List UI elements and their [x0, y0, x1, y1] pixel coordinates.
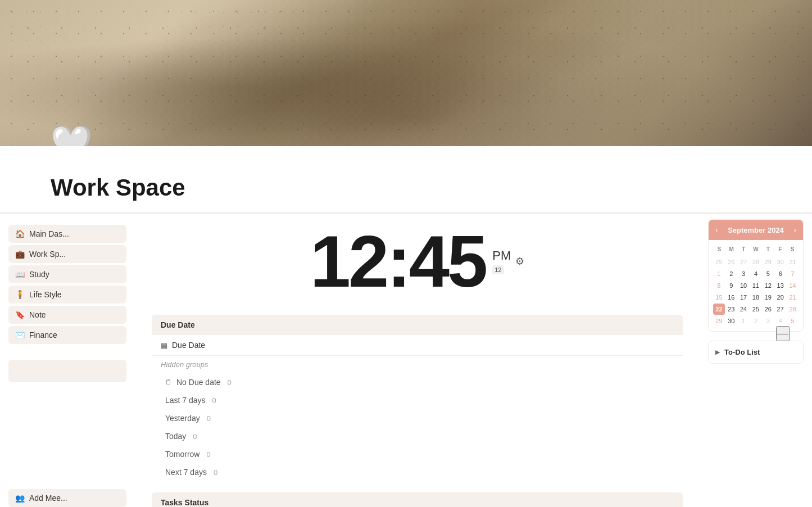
briefcase-icon: 💼 — [15, 250, 25, 259]
cal-day[interactable]: 14 — [787, 280, 799, 291]
cal-day[interactable]: 1 — [738, 315, 750, 327]
cal-day[interactable]: 12 — [762, 280, 774, 291]
page-title: Work Space — [51, 174, 761, 201]
group-count: 0 — [214, 468, 217, 477]
person-icon: 🧍 — [15, 290, 25, 299]
clock-time: 12:45 — [310, 225, 486, 298]
book-icon: 📖 — [15, 270, 25, 279]
cal-day[interactable]: 7 — [787, 268, 799, 279]
cal-day[interactable]: 11 — [750, 280, 762, 291]
cal-day[interactable]: 17 — [738, 292, 750, 303]
sidebar-item-main-dashboard[interactable]: 🏠 Main Das... — [8, 225, 126, 243]
cal-day[interactable]: 2 — [750, 315, 762, 327]
cal-day-today[interactable]: 22 — [713, 304, 725, 315]
todo-header[interactable]: ▶ To-Do List — [715, 348, 796, 356]
tasks-status-header: Tasks Status — [152, 492, 683, 507]
cal-day[interactable]: 10 — [738, 280, 750, 291]
group-yesterday[interactable]: Yesterday 0 — [152, 409, 683, 427]
no-due-date-icon: 🗒 — [165, 378, 172, 386]
cal-day[interactable]: 2 — [725, 268, 737, 279]
sidebar-item-lifestyle[interactable]: 🧍 Life Style — [8, 286, 126, 304]
group-tomorrow[interactable]: Tomorrow 0 — [152, 445, 683, 463]
sidebar-item-label: Finance — [29, 331, 57, 339]
todo-expand-icon: ▶ — [715, 349, 720, 355]
home-icon: 🏠 — [15, 229, 25, 238]
cal-day[interactable]: 13 — [774, 280, 786, 291]
sidebar-item-note[interactable]: 🔖 Note — [8, 306, 126, 324]
group-label: Next 7 days — [165, 468, 207, 477]
cal-day[interactable]: 8 — [713, 280, 725, 291]
cal-day[interactable]: 23 — [725, 304, 737, 315]
due-date-header: Due Date — [152, 315, 683, 335]
sidebar-item-finance[interactable]: ✉️ Finance — [8, 326, 126, 344]
cal-day[interactable]: 27 — [774, 304, 786, 315]
cal-day[interactable]: 3 — [762, 315, 774, 327]
cal-day[interactable]: 4 — [774, 315, 786, 327]
cal-day[interactable]: 6 — [774, 268, 786, 279]
cal-day[interactable]: 29 — [713, 315, 725, 327]
add-meeting-button[interactable]: 👥 Add Mee... — [8, 489, 126, 507]
clock-ampm: PM — [492, 248, 511, 263]
group-no-due-date[interactable]: 🗒 No Due date 0 — [152, 373, 683, 391]
cal-day[interactable]: 21 — [787, 292, 799, 303]
cal-day[interactable]: 20 — [774, 292, 786, 303]
due-date-column-row[interactable]: ▦ Due Date — [152, 335, 683, 356]
calendar-widget: ‹ September 2024 › S M T W T F S 25 26 — [708, 219, 804, 332]
due-date-section: Due Date ▦ Due Date Hidden groups 🗒 No D… — [152, 315, 683, 481]
cal-day[interactable]: 25 — [713, 256, 725, 268]
sidebar-item-label: Life Style — [29, 290, 62, 299]
group-count: 0 — [207, 414, 211, 423]
cal-day[interactable]: 25 — [750, 304, 762, 315]
todo-widget: ▶ To-Do List — [708, 341, 804, 364]
cal-day[interactable]: 16 — [725, 292, 737, 303]
calendar-prev-button[interactable]: ‹ — [715, 225, 718, 234]
cal-day[interactable]: 30 — [725, 315, 737, 327]
group-count: 0 — [228, 378, 232, 387]
cal-day[interactable]: 3 — [738, 268, 750, 279]
group-count: 0 — [206, 450, 210, 459]
cal-day[interactable]: 31 — [787, 256, 799, 268]
cal-day[interactable]: 19 — [762, 292, 774, 303]
calendar-next-button[interactable]: › — [793, 225, 796, 234]
header-banner: 🤍 — [0, 0, 812, 146]
group-count: 0 — [212, 396, 216, 405]
content-area: 12:45 PM 12 ⚙ Due Date ▦ Due Date Hidden… — [135, 214, 700, 507]
cal-day[interactable]: 5 — [762, 268, 774, 279]
add-meeting-label: Add Mee... — [29, 494, 67, 503]
cal-day[interactable]: 24 — [738, 304, 750, 315]
sidebar-item-label: Note — [29, 310, 46, 319]
cal-day[interactable]: 26 — [762, 304, 774, 315]
group-last-7-days[interactable]: Last 7 days 0 — [152, 391, 683, 409]
group-count: 0 — [193, 432, 197, 441]
cal-day[interactable]: 30 — [774, 256, 786, 268]
cal-day[interactable]: 15 — [713, 292, 725, 303]
cal-day[interactable]: 28 — [750, 256, 762, 268]
calendar-grid-icon: ▦ — [161, 341, 167, 350]
group-next-7-days[interactable]: Next 7 days 0 — [152, 463, 683, 481]
cal-day[interactable]: 1 — [713, 268, 725, 279]
cal-day[interactable]: 26 — [725, 256, 737, 268]
group-label: Tomorrow — [165, 450, 199, 459]
cal-day[interactable]: 18 — [750, 292, 762, 303]
cal-day[interactable]: 28 — [787, 304, 799, 315]
cal-day[interactable]: 27 — [738, 256, 750, 268]
sidebar-item-study[interactable]: 📖 Study — [8, 265, 126, 283]
cal-day[interactable]: 9 — [725, 280, 737, 291]
mail-icon: ✉️ — [15, 331, 25, 339]
sidebar-empty-block — [8, 360, 126, 382]
clock-section: 12:45 PM 12 ⚙ — [152, 214, 683, 315]
cal-day[interactable]: 5 — [787, 315, 799, 327]
group-today[interactable]: Today 0 — [152, 427, 683, 445]
calendar-title: September 2024 — [728, 226, 784, 234]
weekday-t1: T — [737, 245, 750, 254]
sidebar-item-label: Study — [29, 270, 49, 279]
minimize-button[interactable]: — — [776, 326, 790, 341]
cal-day[interactable]: 29 — [762, 256, 774, 268]
page-icon: 🤍 — [51, 123, 93, 146]
cal-day[interactable]: 4 — [750, 268, 762, 279]
group-label: Today — [165, 432, 186, 441]
weekday-s: S — [713, 245, 725, 254]
todo-label: To-Do List — [724, 348, 760, 356]
settings-icon[interactable]: ⚙ — [515, 255, 524, 268]
sidebar-item-work-space[interactable]: 💼 Work Sp... — [8, 245, 126, 263]
